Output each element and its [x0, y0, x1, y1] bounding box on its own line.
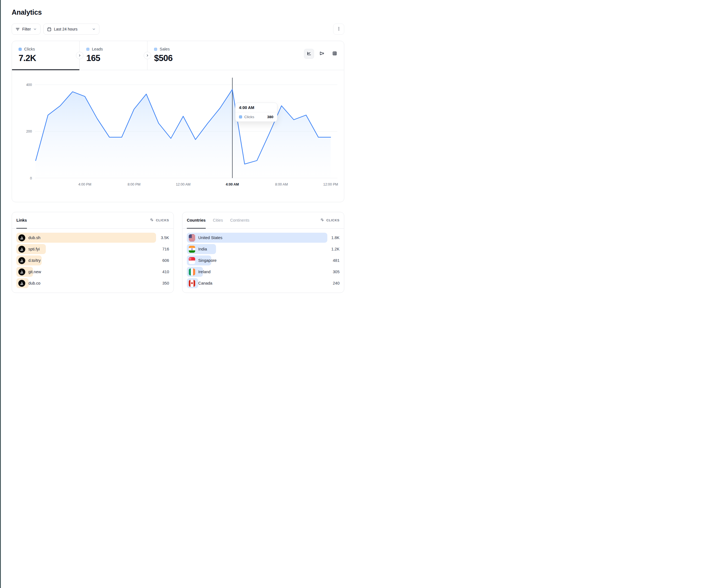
stats-tabs-row: Clicks 7.2K Leads 165	[12, 41, 344, 70]
cursor-click-icon	[320, 218, 324, 222]
clicks-legend-swatch	[19, 48, 22, 51]
clicks-area-chart[interactable]: 02004004:00 PM8:00 PM12:00 AM4:00 AM8:00…	[12, 70, 345, 202]
country-value: 305	[333, 270, 340, 274]
countries-rows: United States 1.8K India	[182, 229, 344, 293]
line-chart-view-button[interactable]	[304, 49, 314, 59]
link-row[interactable]: dub.sh 3.5K	[16, 233, 169, 243]
countries-panel: Countries Cities Continents CLICKS	[182, 212, 344, 293]
table-grid-icon	[332, 51, 337, 56]
country-row[interactable]: Singapore 481	[187, 255, 340, 266]
country-label: Canada	[198, 281, 212, 286]
links-panel: Links CLICKS	[12, 212, 174, 293]
stat-label: Clicks	[24, 47, 35, 51]
link-value: 606	[163, 258, 169, 263]
stat-value-clicks: 7.2K	[19, 53, 80, 63]
stat-tab-leads[interactable]: Leads 165	[80, 41, 147, 70]
chevron-down-icon	[92, 27, 95, 31]
tooltip-time: 4:00 AM	[235, 103, 277, 112]
link-row[interactable]: git.new 410	[16, 267, 169, 277]
table-view-button[interactable]	[329, 49, 340, 59]
country-label: Singapore	[198, 258, 217, 263]
filter-icon	[16, 27, 20, 31]
tooltip-value: 380	[267, 115, 274, 119]
tab-links[interactable]: Links	[16, 212, 27, 228]
stat-label: Sales	[159, 47, 170, 51]
x-axis-tick-label: 12:00 AM	[176, 182, 191, 186]
country-value: 240	[333, 281, 340, 286]
dub-logo-icon	[18, 234, 25, 241]
link-label: d.to/try	[28, 258, 41, 263]
x-axis-tick-label: 8:00 AM	[275, 182, 288, 186]
y-axis-tick-label: 0	[30, 176, 32, 180]
link-row[interactable]: dub.co 350	[16, 278, 169, 288]
chart-type-switcher	[304, 49, 340, 59]
dub-logo-icon	[18, 269, 25, 275]
stat-tab-clicks[interactable]: Clicks 7.2K	[12, 41, 80, 70]
countries-metric-header[interactable]: CLICKS	[320, 218, 340, 222]
x-axis-tick-label: 4:00 AM	[226, 182, 239, 186]
tab-continents[interactable]: Continents	[230, 212, 249, 228]
y-axis-tick-label: 200	[26, 130, 32, 133]
funnel-view-button[interactable]	[317, 49, 327, 59]
link-row[interactable]: d.to/try 606	[16, 255, 169, 266]
tooltip-series-label: Clicks	[244, 115, 265, 119]
flag-india-icon	[189, 246, 195, 253]
flag-united-states-icon	[189, 234, 195, 241]
country-label: United States	[198, 235, 222, 240]
countries-metric-label: CLICKS	[326, 219, 340, 222]
funnel-icon	[320, 51, 324, 56]
country-row[interactable]: United States 1.8K	[187, 233, 340, 243]
link-label: dub.co	[28, 281, 41, 286]
page-title: Analytics	[12, 8, 344, 16]
country-row[interactable]: Canada 240	[187, 278, 340, 288]
link-row[interactable]: spti.fyi 716	[16, 244, 169, 254]
window-edge-strip	[0, 0, 1, 304]
cursor-click-icon	[150, 218, 154, 222]
x-axis-tick-label: 4:00 PM	[78, 182, 91, 186]
clicks-chart-region[interactable]: 02004004:00 PM8:00 PM12:00 AM4:00 AM8:00…	[12, 70, 344, 202]
filter-button[interactable]: Filter	[12, 24, 41, 35]
y-axis-tick-label: 400	[26, 83, 32, 87]
links-metric-label: CLICKS	[156, 219, 169, 222]
dub-logo-icon	[18, 246, 25, 253]
country-label: India	[198, 247, 207, 251]
toolbar: Filter Last 24 hours	[12, 24, 344, 35]
flag-singapore-icon	[189, 257, 195, 264]
country-value: 1.2K	[331, 247, 340, 251]
link-value: 716	[163, 247, 169, 251]
flag-ireland-icon	[189, 269, 195, 275]
country-label: Ireland	[198, 270, 211, 274]
x-axis-tick-label: 12:00 PM	[323, 182, 338, 186]
line-chart-icon	[307, 51, 311, 56]
tab-countries[interactable]: Countries	[187, 212, 206, 228]
link-label: spti.fyi	[28, 247, 40, 251]
country-value: 481	[333, 258, 340, 263]
dub-logo-icon	[18, 280, 25, 287]
tooltip-series-swatch	[239, 115, 242, 118]
chevron-down-icon	[33, 27, 37, 31]
stat-value-leads: 165	[86, 53, 147, 63]
analytics-page: Analytics Filter Last 24 hours	[12, 0, 344, 304]
kebab-vertical-icon	[337, 27, 341, 31]
calendar-icon	[47, 27, 51, 31]
country-row[interactable]: India 1.2K	[187, 244, 340, 254]
stat-label: Leads	[92, 47, 103, 51]
filter-button-label: Filter	[22, 27, 31, 31]
expand-stat-button[interactable]	[144, 52, 151, 59]
flag-canada-icon	[189, 280, 195, 287]
area-fill	[36, 89, 331, 178]
more-options-button[interactable]	[333, 24, 344, 35]
expand-stat-button[interactable]	[76, 52, 83, 59]
tab-cities[interactable]: Cities	[213, 212, 223, 228]
sales-legend-swatch	[154, 48, 157, 51]
date-range-label: Last 24 hours	[54, 27, 78, 31]
dub-logo-icon	[18, 257, 25, 264]
country-row[interactable]: Ireland 305	[187, 267, 340, 277]
date-range-button[interactable]: Last 24 hours	[43, 24, 100, 35]
leads-legend-swatch	[86, 48, 89, 51]
links-metric-header[interactable]: CLICKS	[150, 218, 169, 222]
link-label: dub.sh	[28, 235, 41, 240]
leaderboards: Links CLICKS	[12, 212, 344, 293]
country-value: 1.8K	[331, 235, 340, 240]
chart-tooltip: 4:00 AM Clicks 380	[235, 103, 277, 122]
